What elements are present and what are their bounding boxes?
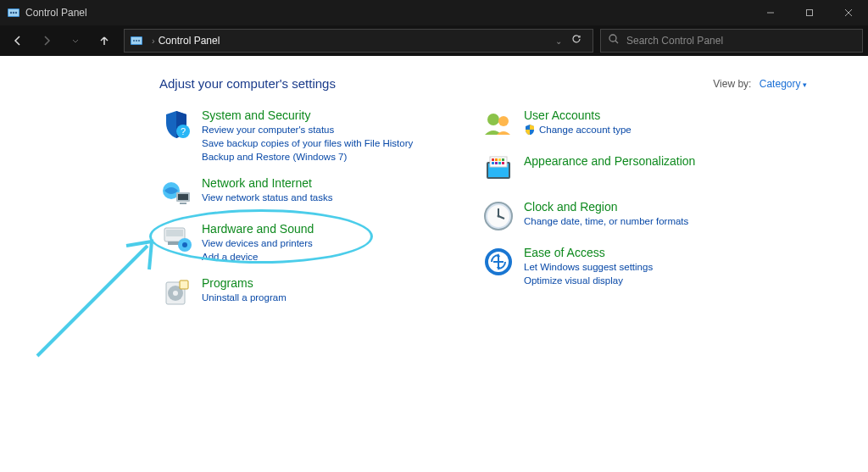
minimize-button[interactable] [751, 0, 790, 25]
category-title[interactable]: Appearance and Personalization [524, 153, 695, 169]
svg-point-31 [487, 114, 499, 125]
breadcrumb-separator-icon: › [152, 36, 155, 46]
svg-point-14 [609, 35, 616, 42]
user-accounts-icon [481, 108, 515, 142]
svg-point-32 [498, 116, 509, 126]
svg-point-48 [498, 215, 500, 218]
svg-point-12 [136, 40, 137, 42]
category-column-left: ? System and Security Review your comput… [159, 108, 439, 309]
svg-point-26 [182, 242, 187, 247]
svg-rect-42 [498, 162, 501, 164]
category-link[interactable]: Change account type [539, 123, 632, 136]
window-title: Control Panel [25, 7, 751, 19]
svg-rect-43 [502, 162, 504, 164]
view-by: View by: Category [713, 78, 807, 90]
svg-rect-21 [180, 203, 186, 204]
back-button[interactable] [5, 29, 31, 53]
breadcrumb[interactable]: Control Panel [159, 35, 220, 47]
ease-of-access-icon [481, 245, 515, 279]
svg-point-4 [15, 12, 17, 14]
titlebar: Control Panel [0, 0, 868, 25]
category-title[interactable]: Programs [202, 275, 287, 291]
category-system-security: ? System and Security Review your comput… [159, 108, 439, 164]
close-button[interactable] [829, 0, 868, 25]
category-title[interactable]: Network and Internet [202, 175, 332, 191]
category-title[interactable]: Hardware and Sound [202, 221, 314, 236]
svg-point-29 [173, 291, 178, 296]
navbar: › Control Panel ⌄ Search Control Panel [0, 25, 868, 56]
svg-rect-41 [495, 162, 498, 164]
svg-rect-30 [180, 280, 188, 289]
address-bar[interactable]: › Control Panel ⌄ [124, 29, 593, 53]
system-security-icon: ? [159, 108, 193, 142]
view-by-label: View by: [713, 78, 751, 90]
category-programs: Programs Uninstall a program [159, 275, 439, 309]
category-link[interactable]: Add a device [202, 250, 314, 264]
category-hardware-sound: Hardware and Sound View devices and prin… [159, 221, 439, 264]
category-link[interactable]: Review your computer's status [202, 123, 413, 136]
address-dropdown-icon[interactable]: ⌄ [552, 36, 565, 46]
control-panel-icon [130, 34, 143, 47]
shield-icon [524, 124, 536, 136]
hardware-sound-icon [159, 221, 193, 255]
network-internet-icon [159, 175, 193, 209]
category-title[interactable]: User Accounts [524, 108, 632, 123]
svg-rect-6 [807, 10, 813, 16]
up-button[interactable] [92, 29, 117, 53]
category-title[interactable]: System and Security [202, 108, 413, 123]
svg-point-2 [10, 12, 12, 14]
recent-button[interactable] [63, 29, 88, 53]
search-placeholder: Search Control Panel [626, 35, 723, 47]
category-title[interactable]: Ease of Access [524, 245, 653, 260]
svg-point-11 [133, 40, 135, 42]
category-appearance-personalization: Appearance and Personalization [481, 153, 761, 187]
category-link[interactable]: Uninstall a program [202, 291, 287, 304]
svg-rect-37 [495, 158, 498, 161]
category-network-internet: Network and Internet View network status… [159, 175, 439, 209]
category-link[interactable]: View network status and tasks [202, 191, 332, 204]
search-input[interactable]: Search Control Panel [600, 29, 863, 53]
appearance-icon [481, 153, 515, 187]
programs-icon [159, 275, 193, 309]
svg-point-13 [138, 40, 140, 42]
category-link[interactable]: Save backup copies of your files with Fi… [202, 136, 413, 150]
category-link[interactable]: Backup and Restore (Windows 7) [202, 150, 413, 164]
svg-rect-20 [178, 194, 188, 200]
category-ease-of-access: Ease of Access Let Windows suggest setti… [481, 245, 761, 287]
category-link[interactable]: Optimize visual display [524, 274, 653, 287]
refresh-button[interactable] [565, 33, 587, 48]
svg-text:?: ? [181, 126, 186, 136]
category-link[interactable]: View devices and printers [202, 236, 314, 250]
maximize-button[interactable] [790, 0, 829, 25]
category-link[interactable]: Change date, time, or number formats [524, 214, 688, 228]
svg-point-3 [13, 12, 14, 14]
control-panel-icon [7, 6, 20, 19]
clock-region-icon [481, 199, 515, 233]
content-area: Adjust your computer's settings View by:… [0, 56, 868, 309]
svg-rect-40 [492, 162, 494, 164]
category-column-right: User Accounts Change account type [481, 108, 761, 309]
view-by-dropdown[interactable]: Category [760, 78, 807, 90]
svg-rect-36 [492, 158, 494, 161]
search-icon [608, 33, 620, 48]
category-clock-region: Clock and Region Change date, time, or n… [481, 199, 761, 233]
svg-rect-39 [502, 158, 504, 161]
category-user-accounts: User Accounts Change account type [481, 108, 761, 142]
svg-line-15 [615, 41, 618, 43]
svg-rect-38 [498, 158, 501, 161]
category-link[interactable]: Let Windows suggest settings [524, 260, 653, 274]
forward-button[interactable] [34, 29, 59, 53]
category-title[interactable]: Clock and Region [524, 199, 688, 214]
svg-rect-23 [166, 230, 183, 236]
